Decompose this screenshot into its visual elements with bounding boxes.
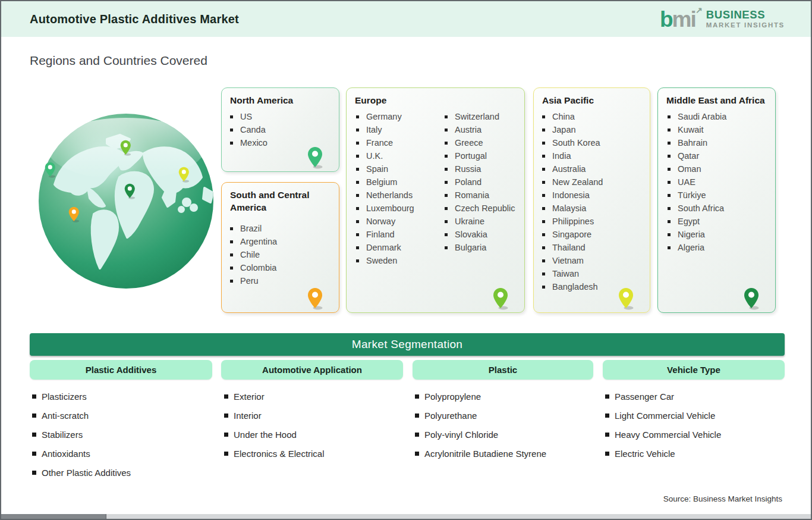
item-label: Taiwan [552,269,579,278]
logo-market-insights-text: MARKET INSIGHTS [706,22,785,29]
bullet-square-icon [224,452,228,456]
country-item: Bulgaria [445,241,515,254]
country-item: Colombia [230,261,277,274]
logo-letter-m: m [672,7,691,32]
item-label: Canda [240,125,266,134]
bullet-square-icon [542,272,545,275]
bullet-square-icon [415,452,419,456]
item-label: US [240,112,252,121]
location-pin-icon [744,287,760,310]
item-label: South Korea [552,138,600,148]
bullet-square-icon [542,233,545,236]
bullet-square-icon [230,227,233,230]
map-pin-icon [124,183,136,199]
item-label: Poly-vinyl Chloride [424,430,498,440]
item-label: Nigeria [678,230,705,239]
item-label: Indonesia [552,190,590,200]
country-item: Singapore [542,228,603,241]
item-label: Spain [366,164,388,174]
country-item: Netherlands [356,189,414,202]
item-label: Plasticizers [42,391,87,402]
segment-item: Plasticizers [32,387,131,406]
bullet-square-icon [445,115,448,118]
bullet-square-icon [32,433,36,437]
bullet-square-icon [668,194,671,197]
bullet-square-icon [445,207,448,210]
bullet-square-icon [668,115,671,118]
bullet-square-icon [445,129,448,131]
item-label: New Zealand [552,177,603,187]
item-label: Switzerland [455,112,499,121]
country-item: Germany [356,110,414,123]
logo-letter-i: i [691,7,695,32]
item-label: Passenger Car [615,391,674,402]
bullet-square-icon [356,220,359,223]
item-label: Vietnam [552,256,584,265]
region-title: North America [230,94,336,106]
item-label: Light Commercial Vehicle [615,411,715,421]
bullet-square-icon [415,394,419,399]
bullet-square-icon [542,129,545,131]
segment-item: Anti-scratch [32,406,131,425]
bullet-square-icon [668,181,671,184]
country-item: New Zealand [542,176,603,189]
segment-pill-plastic: Plastic [413,360,593,380]
segment-list-plastic: PolypropylenePolyurethanePoly-vinyl Chlo… [415,387,546,463]
segment-item: Under the Hood [224,425,325,444]
segment-item: Interior [224,406,325,425]
item-label: UAE [678,177,695,187]
bullet-square-icon [415,433,419,437]
item-label: Portugal [455,151,487,161]
segment-pill-plastic-additives: Plastic Additives [30,360,212,380]
bullet-square-icon [356,142,359,145]
bullet-square-icon [230,129,233,131]
item-label: Polypropylene [424,391,481,402]
country-item: Indonesia [542,189,603,202]
globe-illustration [37,112,215,290]
country-item: Italy [356,123,414,136]
map-pin-icon [68,206,80,223]
bullet-square-icon [415,414,419,418]
bullet-square-icon [668,142,671,145]
item-label: Argentina [240,237,277,246]
scrollbar-thumb[interactable] [1,514,106,519]
bullet-square-icon [230,142,233,145]
bullet-square-icon [542,220,545,223]
item-label: Peru [240,276,259,286]
bullet-square-icon [445,142,448,145]
country-item: Argentina [230,235,277,248]
country-item: Algeria [668,241,726,254]
country-item: Poland [445,176,515,189]
country-item: UAE [668,176,726,189]
bullet-square-icon [542,155,545,158]
item-label: China [552,112,575,121]
header-bar: Automotive Plastic Additives Market bmi … [1,1,811,37]
item-label: Czech Republic [455,203,515,213]
item-label: Qatar [678,151,699,161]
item-label: Under the Hood [234,430,297,440]
region-box-middle-east-africa: Middle East and Africa Saudi ArabiaKuwai… [657,87,776,313]
bullet-square-icon [445,220,448,223]
bullet-square-icon [445,181,448,184]
horizontal-scrollbar[interactable] [1,514,811,519]
item-label: Philippines [552,217,594,226]
country-item: Norway [356,215,414,228]
country-item: Canda [230,123,267,136]
country-item: Romania [445,189,515,202]
item-label: Electronics & Electrical [234,449,325,459]
bullet-square-icon [668,220,671,223]
location-pin-icon [307,287,324,310]
bullet-square-icon [542,142,545,145]
country-item: India [542,149,603,162]
item-label: U.K. [366,151,383,161]
bullet-square-icon [605,414,609,418]
item-label: Anti-scratch [42,411,89,421]
logo-wordmark: BUSINESS MARKET INSIGHTS [706,10,785,29]
bullet-square-icon [356,246,359,249]
bullet-square-icon [542,181,545,184]
country-item: Sweden [356,254,414,267]
country-item: France [356,136,414,149]
region-title: Asia Pacific [542,94,647,106]
country-item: Bahrain [668,136,726,149]
country-item: Qatar [668,149,726,162]
